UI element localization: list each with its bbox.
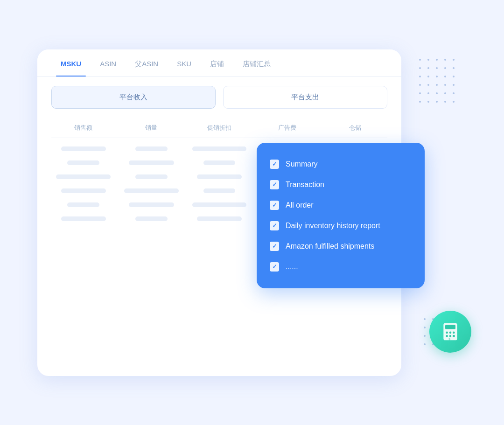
dropdown-item-label: Transaction (286, 179, 324, 190)
svg-point-6 (449, 334, 452, 337)
checkmark-icon: ✓ (272, 262, 277, 272)
svg-point-3 (449, 331, 452, 334)
cell (51, 202, 116, 207)
checkbox-transaction[interactable]: ✓ (270, 180, 279, 189)
svg-point-2 (446, 331, 448, 334)
platform-expense-btn[interactable]: 平台支出 (223, 86, 387, 109)
cell (51, 174, 116, 179)
cell (119, 202, 184, 207)
checkmark-icon: ✓ (272, 201, 277, 210)
col-warehouse: 仓储 (323, 124, 387, 132)
cell (51, 146, 116, 151)
checkmark-icon: ✓ (272, 242, 277, 251)
cell (187, 216, 252, 221)
dropdown-item-summary[interactable]: ✓ Summary (270, 154, 412, 174)
tab-asin[interactable]: ASIN (91, 49, 126, 76)
svg-rect-1 (445, 325, 455, 329)
checkbox-more[interactable]: ✓ (270, 262, 279, 272)
checkbox-all-order[interactable]: ✓ (270, 201, 279, 210)
dropdown-item-label: Summary (286, 159, 317, 170)
svg-text:$: $ (448, 337, 450, 341)
cell (119, 174, 184, 179)
sub-header: 平台收入 平台支出 (37, 77, 401, 118)
platform-income-btn[interactable]: 平台收入 (51, 86, 216, 109)
cell (51, 160, 116, 165)
dropdown-item-amazon-shipments[interactable]: ✓ Amazon fulfilled shipments (270, 236, 412, 257)
cell (119, 188, 184, 193)
checkbox-daily-inventory[interactable]: ✓ (270, 221, 279, 230)
svg-point-5 (446, 334, 448, 337)
dropdown-item-more[interactable]: ✓ ...... (270, 257, 412, 277)
dropdown-item-label: Amazon fulfilled shipments (286, 241, 374, 252)
cell (187, 188, 252, 193)
cell (187, 174, 252, 179)
dropdown-item-daily-inventory[interactable]: ✓ Daily inventory history report (270, 216, 412, 236)
tab-parent-asin[interactable]: 父ASIN (126, 49, 168, 76)
checkmark-icon: ✓ (272, 160, 277, 169)
column-options-dropdown[interactable]: ✓ Summary ✓ Transaction ✓ All order ✓ Da… (257, 143, 425, 288)
checkmark-icon: ✓ (272, 180, 277, 189)
tab-bar: MSKU ASIN 父ASIN SKU 店铺 店铺汇总 (37, 49, 401, 77)
svg-rect-7 (453, 334, 455, 337)
cell (187, 160, 252, 165)
col-sales: 销售额 (51, 124, 116, 132)
cell (51, 188, 116, 193)
cell (119, 146, 184, 151)
cell (119, 160, 184, 165)
table-header: 销售额 销量 促销折扣 广告费 仓储 (51, 118, 387, 138)
dropdown-item-label: All order (286, 200, 314, 211)
dots-pattern-top (419, 59, 457, 105)
col-discount: 促销折扣 (187, 124, 252, 132)
tab-store[interactable]: 店铺 (201, 49, 233, 76)
cell (119, 216, 184, 221)
tab-sku[interactable]: SKU (168, 49, 201, 76)
dropdown-item-all-order[interactable]: ✓ All order (270, 195, 412, 216)
checkbox-amazon-shipments[interactable]: ✓ (270, 242, 279, 251)
col-volume: 销量 (119, 124, 184, 132)
dropdown-item-transaction[interactable]: ✓ Transaction (270, 174, 412, 195)
col-ad-fee: 广告费 (255, 124, 320, 132)
tab-store-summary[interactable]: 店铺汇总 (233, 49, 280, 76)
calculator-icon-circle: $ (429, 311, 471, 353)
cell (51, 216, 116, 221)
scene: MSKU ASIN 父ASIN SKU 店铺 店铺汇总 平台收入 平台支出 销售… (37, 31, 467, 395)
calculator-icon: $ (440, 321, 461, 342)
checkbox-summary[interactable]: ✓ (270, 160, 279, 169)
svg-point-4 (453, 331, 455, 334)
cell (187, 202, 252, 207)
tab-msku[interactable]: MSKU (51, 49, 91, 76)
dropdown-item-label: Daily inventory history report (286, 220, 380, 231)
checkmark-icon: ✓ (272, 221, 277, 230)
dropdown-item-label: ...... (286, 261, 298, 272)
cell (187, 146, 252, 151)
